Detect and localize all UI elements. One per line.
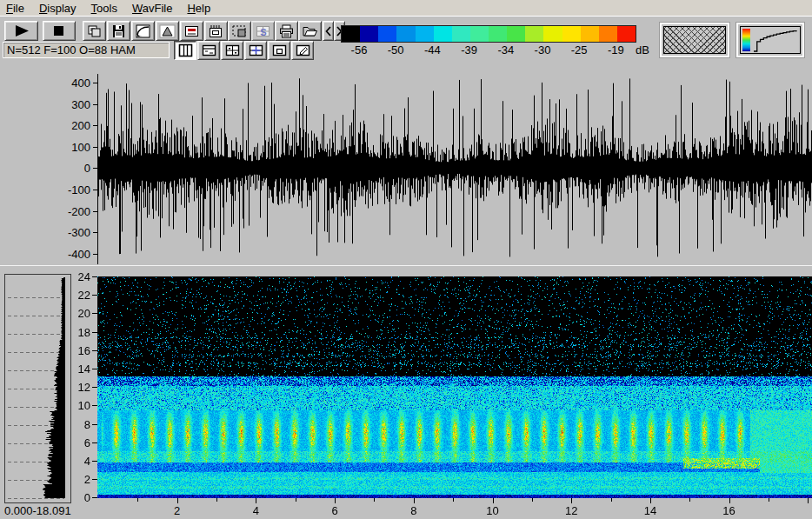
spectrogram-ytick-label: 6 bbox=[63, 437, 90, 449]
spectrogram-xtick bbox=[137, 498, 138, 502]
db-scale-label: -50 bbox=[378, 43, 413, 57]
waveform-ytick-label: -100 bbox=[50, 184, 90, 196]
spectrogram-xtick bbox=[808, 498, 809, 503]
analysis-settings-readout: N=512 F=100 O=88 HAM bbox=[3, 42, 170, 58]
spectrogram-xtick bbox=[296, 498, 296, 502]
color-scale-segment bbox=[416, 26, 434, 42]
play-button[interactable] bbox=[4, 21, 38, 41]
db-color-scale bbox=[341, 25, 636, 43]
window-ticks-icon bbox=[208, 24, 224, 38]
spectrogram-ytick-label: 16 bbox=[63, 345, 90, 356]
spectrogram-ytick-label: 8 bbox=[63, 419, 90, 430]
spectrogram-xtick-label: 12 bbox=[558, 505, 584, 516]
window-markers-button[interactable] bbox=[204, 21, 228, 41]
menu-item-help[interactable]: Help bbox=[181, 1, 219, 16]
palette-curve-box[interactable] bbox=[735, 22, 805, 58]
play-icon bbox=[11, 24, 32, 37]
spectrogram-ytick-label: 0 bbox=[63, 492, 90, 503]
palette-gradient-strip bbox=[742, 29, 750, 51]
spectrogram-app-window: FileDisplayToolsWavFileHelp S N=512 F=10… bbox=[0, 0, 812, 519]
spectrogram-xtick bbox=[729, 498, 730, 503]
view-inner-window-button[interactable] bbox=[268, 41, 290, 60]
waveform-ytick-label: 400 bbox=[50, 77, 90, 89]
waveform-plot[interactable] bbox=[98, 74, 812, 265]
peak-display-button[interactable] bbox=[156, 21, 179, 41]
spectrogram-xtick bbox=[216, 498, 217, 502]
spectrogram-ytick-label: 4 bbox=[63, 456, 90, 467]
spectrogram-xtick bbox=[571, 498, 572, 503]
spectrogram-xtick bbox=[177, 498, 178, 503]
spectrogram-ytick-label: 12 bbox=[63, 382, 90, 393]
color-scale-segment bbox=[617, 26, 636, 42]
spectrogram-ytick-label: 22 bbox=[63, 289, 90, 301]
menu-item-file[interactable]: File bbox=[0, 1, 33, 16]
view-quad-button[interactable] bbox=[221, 41, 243, 60]
db-scale-label: -44 bbox=[415, 43, 449, 57]
spectrogram-xtick bbox=[493, 498, 494, 503]
spectrogram-xtick bbox=[414, 498, 415, 503]
color-scale-segment bbox=[562, 26, 581, 42]
spectrogram-ytick-label: 2 bbox=[63, 474, 90, 485]
scale-curve-button[interactable] bbox=[131, 21, 155, 41]
waveform-ytick-label: 200 bbox=[50, 120, 90, 131]
copy-display-button[interactable] bbox=[83, 21, 106, 41]
stop-icon bbox=[49, 24, 70, 37]
color-scale-segment bbox=[378, 26, 396, 42]
open-folder-icon bbox=[302, 24, 318, 38]
spectrogram-xtick-label: 10 bbox=[480, 505, 506, 516]
spectrogram-plot[interactable] bbox=[97, 276, 812, 498]
analysis-settings-text: N=512 F=100 O=88 HAM bbox=[7, 43, 136, 57]
db-scale-label: -56 bbox=[342, 43, 376, 57]
spectrogram-xtick bbox=[453, 498, 454, 502]
color-scale-segment bbox=[599, 26, 617, 42]
printer-icon bbox=[278, 24, 295, 38]
palette-curve-icon bbox=[740, 26, 801, 54]
spectrogram-xtick bbox=[374, 498, 375, 502]
spectrogram-xtick-label: 6 bbox=[322, 505, 348, 516]
view-columns-button[interactable] bbox=[174, 41, 196, 60]
spectrogram-ytick-label: 24 bbox=[63, 271, 90, 283]
spectrogram-ytick-label: 18 bbox=[63, 327, 90, 338]
print-button[interactable] bbox=[275, 21, 298, 41]
spectrogram-xtick bbox=[769, 498, 769, 502]
grid-scale-button[interactable]: S bbox=[251, 21, 275, 41]
color-scale-segment bbox=[489, 26, 507, 42]
spectrogram-xtick-label: 14 bbox=[637, 505, 663, 516]
spectrogram-xtick-label: 2 bbox=[164, 505, 190, 516]
view-quad-cross-icon bbox=[248, 43, 264, 57]
annotate-button[interactable] bbox=[291, 41, 314, 60]
menu-item-tools[interactable]: Tools bbox=[85, 1, 126, 16]
spectrogram-xtick-label: 16 bbox=[716, 505, 742, 516]
hatch-pattern-icon bbox=[663, 26, 726, 54]
menu-item-display[interactable]: Display bbox=[33, 1, 85, 16]
waveform-ytick-label: 100 bbox=[50, 142, 90, 153]
stop-button[interactable] bbox=[43, 21, 76, 41]
view-columns-icon bbox=[177, 43, 194, 57]
db-scale-label: -39 bbox=[452, 43, 487, 57]
view-rows-icon bbox=[201, 43, 217, 57]
waveform-ytick-label: 300 bbox=[50, 99, 90, 110]
open-file-button[interactable] bbox=[298, 21, 322, 41]
menu-item-wavfile[interactable]: WavFile bbox=[126, 1, 181, 16]
spectrogram-ytick-label: 20 bbox=[63, 308, 90, 319]
capture-region-button[interactable] bbox=[228, 21, 251, 41]
color-scale-segment bbox=[396, 26, 415, 42]
copy-pages-icon bbox=[86, 24, 103, 38]
waveform-ytick-label: -400 bbox=[50, 249, 90, 260]
spectrogram-window-button[interactable] bbox=[180, 21, 203, 41]
db-unit-label: dB bbox=[628, 43, 657, 57]
time-range-label: 0.000-18.091 bbox=[4, 504, 79, 517]
averaged-spectrum-plot bbox=[5, 275, 69, 501]
view-quad-pointer-button[interactable] bbox=[244, 41, 267, 60]
save-button[interactable] bbox=[107, 21, 130, 41]
spectrogram-xtick bbox=[650, 498, 651, 503]
edit-pencil-icon bbox=[295, 43, 311, 57]
view-rows-button[interactable] bbox=[197, 41, 220, 60]
db-scale-label: -34 bbox=[489, 43, 523, 57]
hatch-pattern-box[interactable] bbox=[659, 22, 730, 58]
scroll-left-button[interactable] bbox=[323, 21, 334, 41]
spectrogram-xtick bbox=[611, 498, 612, 502]
color-scale-segment bbox=[581, 26, 599, 42]
color-scale-segment bbox=[543, 26, 562, 42]
contrast-curve bbox=[753, 28, 798, 52]
